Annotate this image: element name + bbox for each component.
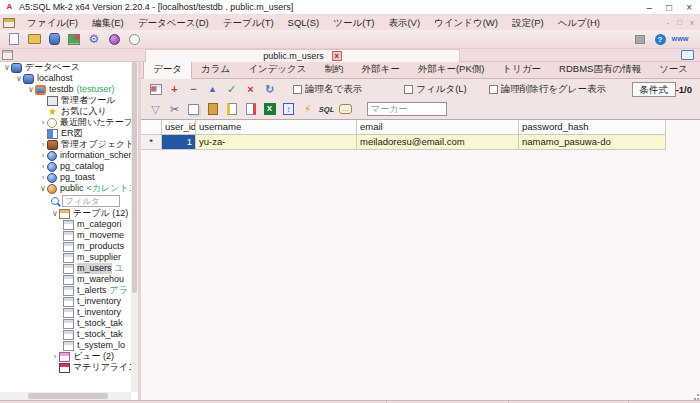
confirm-icon[interactable]: ✓ [224,82,239,96]
export-file-icon[interactable] [246,103,256,115]
history-clock-icon[interactable] [129,34,140,45]
mdi-minimize-button[interactable]: - [666,18,669,27]
tree-item-m-users[interactable]: m_usersユ [0,263,138,274]
tree-item-admin-tools[interactable]: 管理者ツール [0,95,138,106]
cell-email[interactable]: meiladoresu@email.com [357,135,519,150]
tree-item-information-schema[interactable]: ›information_schem [0,150,138,161]
tree-item-favorites[interactable]: ★お気に入り [0,106,138,117]
row-marker[interactable]: * [141,135,162,150]
menu-window[interactable]: ウインドウ(W) [427,15,505,30]
cell-username[interactable]: yu-za- [196,135,357,150]
mdi-close-button[interactable]: x [690,18,694,27]
tree-item-views-folder[interactable]: ›ビュー (2) [0,351,138,362]
commit-mode-icon[interactable] [109,34,120,45]
condition-expression-button[interactable]: 条件式 [632,82,676,97]
cut-icon[interactable]: ✂ [167,102,182,116]
cell-password-hash[interactable]: namamo_pasuwa-do [519,135,666,150]
tree-item-t-inventory-2[interactable]: t_inventory [0,307,138,318]
document-tab[interactable]: public.m_users x [145,49,460,62]
minimize-button[interactable]: – [647,1,653,14]
tree-item-recent-tables[interactable]: ›最近開いたテーブル [0,117,138,128]
mdi-restore-button[interactable]: □ [677,18,682,27]
marker-input[interactable] [367,102,447,116]
tab-foreign-keys[interactable]: 外部キー [352,61,408,78]
website-icon[interactable]: WWW [673,33,687,46]
help-icon[interactable]: ? [655,34,666,45]
sql-icon[interactable]: SQL [319,102,334,116]
menu-sql[interactable]: SQL(S) [281,15,327,30]
document-tab-close-icon[interactable]: x [332,51,342,61]
resize-grip[interactable] [691,394,699,402]
settings-gear-icon[interactable]: ⚙ [87,33,101,46]
tree-item-pg-catalog[interactable]: ›pg_catalog [0,161,138,172]
tree-horizontal-scrollbar[interactable] [0,392,131,400]
menu-file[interactable]: ファイル(F) [20,15,85,30]
tab-constraints[interactable]: 制約 [315,61,352,78]
cancel-icon[interactable]: × [243,82,258,96]
copy-icon[interactable] [188,104,199,115]
checkbox-gray-deleted[interactable]: 論理削除行をグレー表示 [489,83,606,96]
tree-vertical-scrollbar[interactable] [131,62,138,392]
filter-funnel-icon[interactable]: ▽ [148,102,163,116]
new-window-folder-icon[interactable] [681,50,694,60]
refresh-icon[interactable]: ↻ [262,82,277,96]
window-list-icon[interactable] [635,35,645,44]
tree-item-m-categories[interactable]: m_categori [0,219,138,230]
excel-export-icon[interactable]: X [264,103,276,115]
comment-icon[interactable]: … [339,104,352,114]
checkbox-filter[interactable]: フィルタ(L) [404,83,467,96]
tree-panel-toggle-icon[interactable] [2,50,13,60]
tab-data[interactable]: データ [143,60,192,79]
tab-indexes[interactable]: インデックス [239,61,315,78]
tree-item-testdb[interactable]: ∨testdb(testuser) [0,84,138,95]
database-connect-icon[interactable] [49,33,60,45]
tree-item-tables-folder[interactable]: ∨テーブル (12) [0,208,138,219]
paste-icon[interactable] [208,103,218,115]
tab-foreign-keys-pk[interactable]: 外部キー(PK側) [409,61,494,78]
maximize-button[interactable]: □ [666,1,672,14]
tree-item-t-stock-take-1[interactable]: t_stock_tak [0,318,138,329]
report-icon[interactable]: ↕ [283,103,294,115]
menu-tools[interactable]: ツール(T) [326,15,381,30]
tree-item-m-warehouses[interactable]: m_warehou [0,274,138,285]
menu-view[interactable]: 表示(V) [381,15,427,30]
menu-table[interactable]: テーブル(T) [216,15,281,30]
close-button[interactable]: × [686,1,692,14]
reload-grid-icon[interactable]: ▦ [150,84,162,95]
tree-item-public-schema[interactable]: ∨public<カレントスキ [0,183,138,194]
checkbox-logical-name[interactable]: 論理名で表示 [293,83,362,96]
tab-columns[interactable]: カラム [192,61,239,78]
tab-source[interactable]: ソース [650,61,697,78]
column-header-user-id[interactable]: user_id [162,120,196,135]
er-diagram-icon[interactable] [68,34,80,45]
tree-item-m-movements[interactable]: m_moveme [0,230,138,241]
lightning-icon[interactable]: ⚡ [300,102,315,116]
column-header-username[interactable]: username [196,120,357,135]
delete-row-icon[interactable]: − [186,82,201,96]
tree-filter-input[interactable] [62,195,120,207]
tree-item-localhost[interactable]: ∨localhost [0,73,138,84]
tree-item-t-system-log[interactable]: t_system_lo [0,340,138,351]
tree-item-materialized-views[interactable]: マテリアライズドビ [0,362,138,373]
import-file-icon[interactable] [227,103,237,115]
tree-item-t-inventory-1[interactable]: t_inventory [0,296,138,307]
tree-item-t-stock-take-2[interactable]: t_stock_tak [0,329,138,340]
menu-database[interactable]: データベース(D) [131,15,216,30]
tree-item-databases[interactable]: ∨データベース [0,62,138,73]
new-document-icon[interactable] [9,33,19,45]
open-folder-icon[interactable] [28,34,41,44]
tree-item-admin-objects[interactable]: ›管理オブジェクト [0,139,138,150]
tree-item-m-suppliers[interactable]: m_supplier [0,252,138,263]
column-header-password-hash[interactable]: password_hash [519,120,666,135]
column-header-email[interactable]: email [357,120,519,135]
cell-user-id[interactable]: 1 [162,135,196,150]
tree-item-m-products[interactable]: m_products [0,241,138,252]
menu-help[interactable]: ヘルプ(H) [551,15,607,30]
tree-item-t-alerts[interactable]: t_alertsアラ [0,285,138,296]
tab-triggers[interactable]: トリガー [493,61,550,78]
insert-row-icon[interactable]: + [167,82,182,96]
menu-edit[interactable]: 編集(E) [85,15,131,30]
tree-item-er-diagram[interactable]: ER図 [0,128,138,139]
tree-item-pg-toast[interactable]: ›pg_toast [0,172,138,183]
menu-settings[interactable]: 設定(P) [505,15,551,30]
